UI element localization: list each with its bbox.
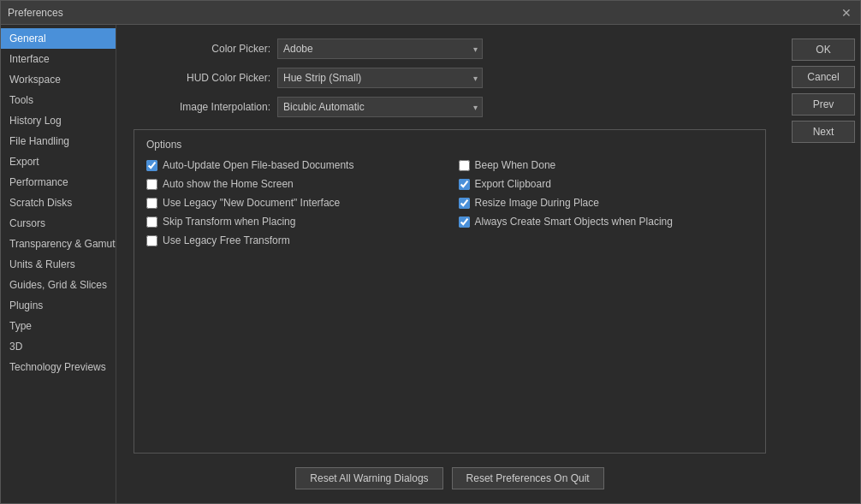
sidebar-item-transparency---gamut[interactable]: Transparency & Gamut — [1, 234, 116, 254]
sidebar-item-workspace[interactable]: Workspace — [1, 69, 116, 90]
sidebar-item-performance[interactable]: Performance — [1, 172, 116, 193]
reset-warnings-button[interactable]: Reset All Warning Dialogs — [295, 467, 442, 489]
checkboxes-left-col: Auto-Update Open File-based Documents Au… — [146, 159, 442, 246]
checkbox-auto-update: Auto-Update Open File-based Documents — [146, 159, 442, 171]
checkbox-beep-input[interactable] — [459, 160, 470, 171]
main-content: Color Picker: Adobe HUD Color Picker: Hu… — [116, 25, 783, 503]
checkbox-beep: Beep When Done — [459, 159, 754, 171]
hud-color-picker-select-wrapper: Hue Strip (Small) — [277, 68, 483, 88]
checkbox-resize-image-label[interactable]: Resize Image During Place — [475, 197, 599, 209]
title-bar: Preferences ✕ — [1, 1, 860, 25]
checkbox-auto-update-label[interactable]: Auto-Update Open File-based Documents — [163, 159, 353, 171]
sidebar-item-interface[interactable]: Interface — [1, 49, 116, 69]
sidebar-item-technology-previews[interactable]: Technology Previews — [1, 357, 116, 377]
dialog-title: Preferences — [8, 7, 63, 19]
cancel-button[interactable]: Cancel — [792, 66, 855, 88]
sidebar-item-general[interactable]: General — [1, 28, 116, 49]
sidebar-item-scratch-disks[interactable]: Scratch Disks — [1, 193, 116, 213]
sidebar-item-type[interactable]: Type — [1, 316, 116, 336]
checkbox-legacy-free-transform-input[interactable] — [146, 235, 157, 246]
checkbox-home-screen-label[interactable]: Auto show the Home Screen — [163, 178, 294, 190]
checkbox-legacy-free-transform: Use Legacy Free Transform — [146, 234, 442, 246]
sidebar-item-export[interactable]: Export — [1, 151, 116, 172]
hud-color-picker-select[interactable]: Hue Strip (Small) — [277, 68, 483, 88]
reset-prefs-button[interactable]: Reset Preferences On Quit — [452, 467, 604, 489]
checkbox-export-clipboard-label[interactable]: Export Clipboard — [475, 178, 551, 190]
color-picker-select-wrapper: Adobe — [277, 39, 483, 59]
sidebar-item-units---rulers[interactable]: Units & Rulers — [1, 254, 116, 275]
sidebar-item-3d[interactable]: 3D — [1, 336, 116, 357]
options-grid: Auto-Update Open File-based Documents Au… — [146, 159, 753, 246]
image-interpolation-select-wrapper: Bicubic Automatic — [277, 97, 483, 117]
dialog-body: GeneralInterfaceWorkspaceToolsHistory Lo… — [1, 25, 860, 503]
prev-button[interactable]: Prev — [792, 93, 855, 116]
checkbox-resize-image-input[interactable] — [459, 198, 470, 209]
ok-button[interactable]: OK — [792, 39, 855, 61]
sidebar: GeneralInterfaceWorkspaceToolsHistory Lo… — [1, 25, 116, 503]
checkbox-smart-objects-label[interactable]: Always Create Smart Objects when Placing — [475, 216, 673, 228]
color-picker-row: Color Picker: Adobe — [134, 39, 766, 59]
right-buttons-panel: OK Cancel Prev Next — [783, 25, 860, 503]
checkbox-skip-transform-input[interactable] — [146, 216, 157, 228]
checkbox-smart-objects: Always Create Smart Objects when Placing — [459, 216, 754, 228]
checkbox-home-screen-input[interactable] — [146, 179, 157, 190]
checkbox-beep-label[interactable]: Beep When Done — [475, 159, 556, 171]
image-interpolation-row: Image Interpolation: Bicubic Automatic — [134, 97, 766, 117]
image-interpolation-label: Image Interpolation: — [134, 101, 270, 113]
sidebar-item-guides--grid---slices[interactable]: Guides, Grid & Slices — [1, 275, 116, 295]
checkbox-legacy-free-transform-label[interactable]: Use Legacy Free Transform — [163, 234, 290, 246]
sidebar-item-tools[interactable]: Tools — [1, 90, 116, 110]
checkbox-home-screen: Auto show the Home Screen — [146, 178, 442, 190]
options-group: Options Auto-Update Open File-based Docu… — [134, 129, 766, 454]
next-button[interactable]: Next — [792, 121, 855, 143]
checkbox-legacy-new-doc-input[interactable] — [146, 198, 157, 209]
color-picker-label: Color Picker: — [134, 43, 270, 55]
checkbox-legacy-new-doc-label[interactable]: Use Legacy "New Document" Interface — [163, 197, 340, 209]
sidebar-item-file-handling[interactable]: File Handling — [1, 131, 116, 151]
preferences-dialog: Preferences ✕ GeneralInterfaceWorkspaceT… — [0, 0, 861, 504]
checkbox-smart-objects-input[interactable] — [459, 216, 470, 228]
checkboxes-right-col: Beep When Done Export Clipboard Resize I… — [459, 159, 754, 246]
checkbox-export-clipboard-input[interactable] — [459, 179, 470, 190]
checkbox-auto-update-input[interactable] — [146, 160, 157, 171]
hud-color-picker-row: HUD Color Picker: Hue Strip (Small) — [134, 68, 766, 88]
close-button[interactable]: ✕ — [840, 6, 853, 20]
options-legend: Options — [146, 139, 753, 151]
checkbox-skip-transform: Skip Transform when Placing — [146, 216, 442, 228]
checkbox-export-clipboard: Export Clipboard — [459, 178, 754, 190]
sidebar-item-plugins[interactable]: Plugins — [1, 295, 116, 316]
sidebar-item-cursors[interactable]: Cursors — [1, 213, 116, 234]
checkbox-skip-transform-label[interactable]: Skip Transform when Placing — [163, 216, 295, 228]
sidebar-item-history-log[interactable]: History Log — [1, 110, 116, 131]
checkbox-resize-image: Resize Image During Place — [459, 197, 754, 209]
color-picker-select[interactable]: Adobe — [277, 39, 483, 59]
hud-color-picker-label: HUD Color Picker: — [134, 72, 270, 84]
bottom-buttons-row: Reset All Warning Dialogs Reset Preferen… — [134, 467, 766, 489]
image-interpolation-select[interactable]: Bicubic Automatic — [277, 97, 483, 117]
checkbox-legacy-new-doc: Use Legacy "New Document" Interface — [146, 197, 442, 209]
